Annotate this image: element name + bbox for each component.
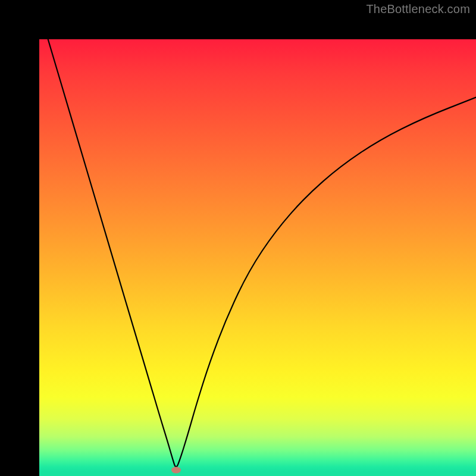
watermark-label: TheBottleneck.com: [366, 2, 470, 16]
chart-frame: [0, 0, 476, 476]
optimum-marker-icon: [171, 466, 181, 473]
plot-area: [39, 39, 476, 476]
bottleneck-curve: [39, 39, 476, 476]
